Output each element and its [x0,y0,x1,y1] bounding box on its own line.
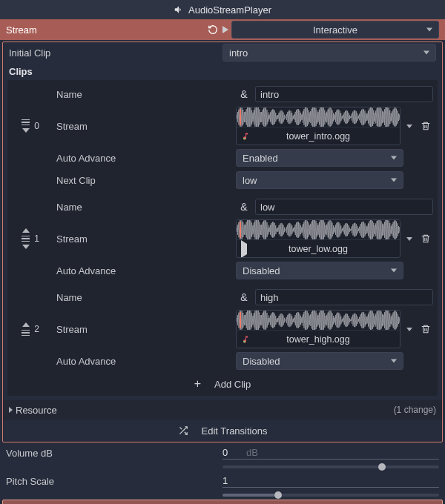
clip-name-input[interactable] [255,289,433,305]
reorder-handle-icon[interactable] [22,119,30,126]
chevron-down-icon [391,269,397,273]
auto-advance-dropdown[interactable]: Enabled [236,149,403,167]
clip-stream-filename: tower_intro.ogg [286,131,350,142]
volume-unit: dB [246,447,258,458]
auto-advance-dropdown[interactable]: Disabled [236,262,403,279]
edit-transitions-button[interactable]: Edit Transitions [3,420,442,442]
window-titlebar: AudioStreamPlayer [0,0,445,19]
music-note-icon [241,132,250,141]
initial-clip-value: intro [229,47,248,59]
pitch-scale-field[interactable]: 1 [222,475,439,488]
resource-change-count: (1 change) [394,405,436,415]
pitch-scale-row: Pitch Scale 1 [0,471,445,491]
stream-property-row: Stream Interactive [0,19,445,40]
add-clip-button[interactable]: + Add Clip [7,372,438,396]
clip-stream-filename: tower_low.ogg [289,244,348,254]
stream-dropdown-chevron[interactable] [403,328,415,331]
volume-db-row: Volume dB 0 dB [0,442,445,463]
clip-next-clip-row: Next Clip low [7,169,438,191]
waveform-preview [237,220,400,239]
svg-point-1 [243,340,245,342]
bind-icon: & [236,291,252,303]
auto-advance-dropdown[interactable]: Disabled [236,352,403,370]
edit-transitions-label: Edit Transitions [202,425,268,437]
auto-advance-value: Disabled [243,265,280,276]
bind-icon: & [236,88,252,100]
chevron-down-icon [426,28,432,32]
volume-db-field[interactable]: 0 dB [222,447,439,460]
delete-clip-button[interactable] [418,324,433,334]
reorder-handle-icon[interactable] [22,236,30,242]
clip-stream-label: Stream [53,233,236,245]
add-clip-label: Add Clip [214,379,251,390]
waveform-preview [237,107,400,127]
chevron-right-icon [9,407,13,413]
clip-stream-resource[interactable]: tower_intro.ogg [236,107,400,145]
clips-section-header: Clips [3,63,442,79]
bind-icon: & [236,201,252,213]
clip-name-label: Name [53,89,236,100]
clip-stream-label: Stream [53,324,236,335]
playing-row: Playing On [2,500,443,504]
next-clip-value: low [243,175,257,186]
clip-auto-advance-row: Auto Advance Disabled [7,350,438,372]
pitch-scale-slider[interactable] [222,494,439,497]
clip-stream-filename: tower_high.ogg [286,334,349,345]
clip-stream-row: 1 Stream tower_low.ogg [7,218,438,259]
clip-name-label: Name [53,202,236,213]
chevron-down-icon [391,156,397,160]
speaker-icon [174,4,184,15]
clip-name-input[interactable] [255,199,433,215]
chevron-down-icon [391,359,397,363]
auto-advance-label: Auto Advance [53,265,236,276]
chevron-down-icon [423,51,429,55]
volume-db-label: Volume dB [6,448,222,459]
initial-clip-row: Initial Clip intro [3,42,442,63]
auto-advance-label: Auto Advance [53,153,236,164]
clip-name-row: Name & [7,286,438,308]
clip-auto-advance-row: Auto Advance Disabled [7,259,438,282]
stream-dropdown[interactable]: Interactive [231,21,439,39]
volume-db-slider[interactable] [222,465,439,468]
revert-icon[interactable] [208,24,218,35]
move-up-icon[interactable] [22,322,30,327]
clip-stream-row: 2 Stream tower_high.ogg [7,308,438,350]
stream-value: Interactive [313,24,357,36]
stream-label: Stream [6,24,37,36]
clip-name-row: Name & [7,83,438,105]
delete-clip-button[interactable] [418,121,433,131]
move-up-icon[interactable] [22,228,30,233]
shuffle-icon [178,425,188,436]
clip-index: 1 [34,233,39,244]
delete-clip-button[interactable] [418,233,433,244]
stream-dropdown-chevron[interactable] [403,125,415,128]
initial-clip-dropdown[interactable]: intro [222,44,436,62]
move-down-icon[interactable] [22,128,30,133]
clip-name-input[interactable] [255,86,433,102]
clip-stream-resource[interactable]: tower_high.ogg [236,310,400,348]
music-note-icon [241,335,250,344]
chevron-down-icon [391,179,397,182]
resource-label: Resource [16,405,57,416]
clip-stream-resource[interactable]: tower_low.ogg [236,219,400,258]
clip-index: 2 [34,324,39,334]
auto-advance-value: Enabled [243,153,278,164]
pitch-scale-label: Pitch Scale [6,476,222,487]
clips-list-panel: Name & 0 Stream tower_intro.ogg [7,80,438,396]
reorder-handle-icon[interactable] [22,330,30,336]
clip-name-label: Name [53,292,236,303]
next-clip-dropdown[interactable]: low [236,171,403,189]
clip-auto-advance-row: Auto Advance Enabled [7,147,438,169]
play-icon [241,244,247,254]
plus-icon: + [194,377,201,391]
clip-stream-label: Stream [53,121,236,132]
move-down-icon[interactable] [22,245,30,249]
resource-section-row[interactable]: Resource (1 change) [3,400,442,420]
play-preview-icon[interactable] [222,26,228,33]
svg-point-0 [243,137,245,139]
stream-dropdown-chevron[interactable] [403,237,415,241]
clip-stream-row: 0 Stream tower_intro.ogg [7,105,438,147]
window-title: AudioStreamPlayer [188,4,271,16]
waveform-preview [237,311,400,330]
clip-index: 0 [34,121,39,131]
